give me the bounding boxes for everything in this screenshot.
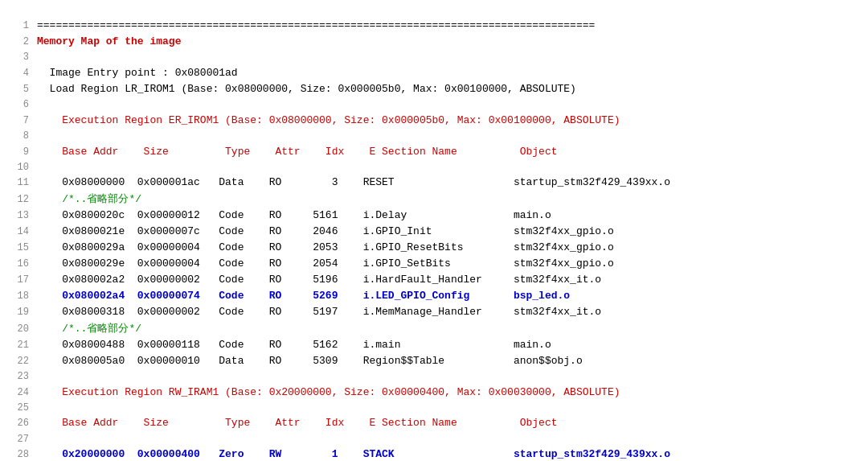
line-number: 2 xyxy=(6,35,29,50)
line-content: 0x08000488 0x00000118 Code RO 5162 i.mai… xyxy=(37,337,862,353)
line-content: /*..省略部分*/ xyxy=(37,321,862,337)
line-content: 0x0800029e 0x00000004 Code RO 2054 i.GPI… xyxy=(37,256,862,272)
line-number: 7 xyxy=(6,113,29,129)
line-number: 22 xyxy=(6,354,29,369)
line-number: 3 xyxy=(6,50,29,65)
code-line: 25 xyxy=(6,401,862,416)
line-number: 26 xyxy=(6,416,29,431)
code-line: 4 Image Entry point : 0x080001ad xyxy=(6,65,862,81)
line-content: 0x08000318 0x00000002 Code RO 5197 i.Mem… xyxy=(37,304,862,320)
line-number: 4 xyxy=(6,66,29,81)
code-line: 10 xyxy=(6,160,862,175)
line-content: 0x08000000 0x000001ac Data RO 3 RESET st… xyxy=(37,175,862,191)
line-number: 9 xyxy=(6,145,29,160)
line-number: 20 xyxy=(6,322,29,337)
line-number: 17 xyxy=(6,273,29,288)
line-number: 10 xyxy=(6,160,29,175)
line-number: 24 xyxy=(6,385,29,401)
line-content: Execution Region ER_IROM1 (Base: 0x08000… xyxy=(37,113,862,129)
code-line: 2Memory Map of the image xyxy=(6,34,862,50)
line-content: ========================================… xyxy=(37,18,862,34)
code-line: 15 0x0800029a 0x00000004 Code RO 2053 i.… xyxy=(6,240,862,256)
code-line: 9 Base Addr Size Type Attr Idx E Section… xyxy=(6,144,862,160)
code-line: 26 Base Addr Size Type Attr Idx E Sectio… xyxy=(6,415,862,431)
line-number: 27 xyxy=(6,432,29,447)
line-number: 23 xyxy=(6,369,29,385)
line-content: 0x080005a0 0x00000010 Data RO 5309 Regio… xyxy=(37,353,862,369)
line-number: 6 xyxy=(6,97,29,113)
line-number: 12 xyxy=(6,192,29,208)
code-line: 20 /*..省略部分*/ xyxy=(6,321,862,337)
code-line: 17 0x080002a2 0x00000002 Code RO 5196 i.… xyxy=(6,272,862,288)
code-line: 5 Load Region LR_IROM1 (Base: 0x08000000… xyxy=(6,81,862,97)
code-line: 27 xyxy=(6,432,862,447)
code-line: 12 /*..省略部分*/ xyxy=(6,191,862,208)
line-content: 0x0800021e 0x0000007c Code RO 2046 i.GPI… xyxy=(37,224,862,240)
code-line: 21 0x08000488 0x00000118 Code RO 5162 i.… xyxy=(6,337,862,353)
line-content: 0x0800029a 0x00000004 Code RO 2053 i.GPI… xyxy=(37,240,862,256)
code-line: 7 Execution Region ER_IROM1 (Base: 0x080… xyxy=(6,113,862,129)
line-number: 21 xyxy=(6,338,29,353)
code-line: 3 xyxy=(6,50,862,65)
code-line: 13 0x0800020c 0x00000012 Code RO 5161 i.… xyxy=(6,208,862,224)
line-number: 13 xyxy=(6,208,29,224)
line-content: Base Addr Size Type Attr Idx E Section N… xyxy=(37,415,862,431)
line-content: 0x080002a2 0x00000002 Code RO 5196 i.Har… xyxy=(37,272,862,288)
code-line: 6 xyxy=(6,97,862,113)
code-line: 1=======================================… xyxy=(6,18,862,34)
line-content: Image Entry point : 0x080001ad xyxy=(37,65,862,81)
line-content: Load Region LR_IROM1 (Base: 0x08000000, … xyxy=(37,81,862,97)
code-line: 11 0x08000000 0x000001ac Data RO 3 RESET… xyxy=(6,175,862,191)
line-number: 5 xyxy=(6,82,29,97)
code-line: 19 0x08000318 0x00000002 Code RO 5197 i.… xyxy=(6,304,862,320)
line-number: 8 xyxy=(6,129,29,144)
code-line: 28 0x20000000 0x00000400 Zero RW 1 STACK… xyxy=(6,447,862,461)
line-content: /*..省略部分*/ xyxy=(37,191,862,208)
line-number: 14 xyxy=(6,224,29,240)
line-number: 28 xyxy=(6,447,29,461)
code-line: 22 0x080005a0 0x00000010 Data RO 5309 Re… xyxy=(6,353,862,369)
line-content: Base Addr Size Type Attr Idx E Section N… xyxy=(37,144,862,160)
line-content: Memory Map of the image xyxy=(37,34,862,50)
line-number: 25 xyxy=(6,401,29,416)
code-line: 14 0x0800021e 0x0000007c Code RO 2046 i.… xyxy=(6,224,862,240)
code-line: 24 Execution Region RW_IRAM1 (Base: 0x20… xyxy=(6,385,862,401)
line-content: Execution Region RW_IRAM1 (Base: 0x20000… xyxy=(37,385,862,401)
line-number: 11 xyxy=(6,175,29,191)
line-content: 0x20000000 0x00000400 Zero RW 1 STACK st… xyxy=(37,447,862,461)
line-number: 16 xyxy=(6,257,29,272)
line-content: 0x080002a4 0x00000074 Code RO 5269 i.LED… xyxy=(37,288,862,304)
line-number: 19 xyxy=(6,305,29,320)
code-line: 8 xyxy=(6,129,862,144)
code-container: 1=======================================… xyxy=(0,0,868,461)
line-number: 18 xyxy=(6,289,29,304)
code-line: 23 xyxy=(6,369,862,385)
code-line: 18 0x080002a4 0x00000074 Code RO 5269 i.… xyxy=(6,288,862,304)
line-number: 15 xyxy=(6,241,29,256)
code-line: 16 0x0800029e 0x00000004 Code RO 2054 i.… xyxy=(6,256,862,272)
line-number: 1 xyxy=(6,19,29,34)
line-content: 0x0800020c 0x00000012 Code RO 5161 i.Del… xyxy=(37,208,862,224)
